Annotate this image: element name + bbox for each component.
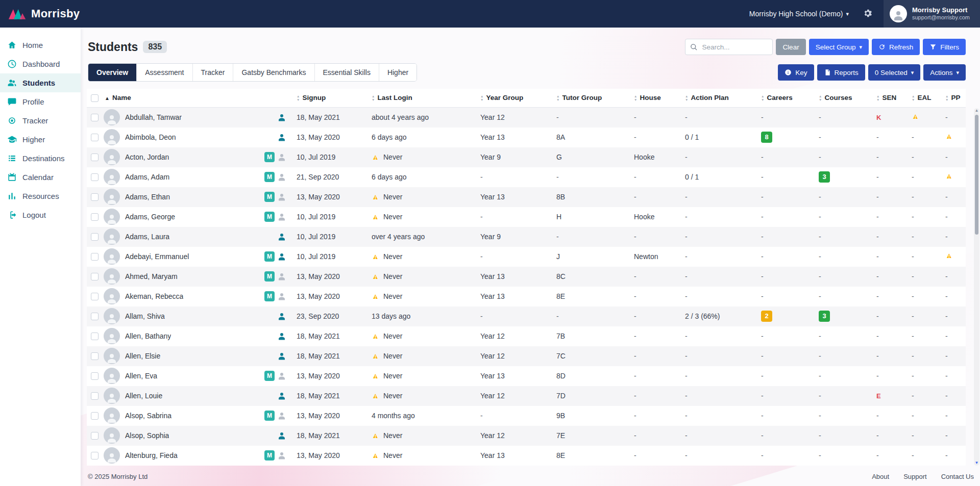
table-row[interactable]: Adams, EthanM13, May 2020NeverYear 138B-… [87, 187, 966, 207]
sidebar-item-resources[interactable]: Resources [0, 187, 81, 206]
refresh-button[interactable]: Refresh [872, 39, 920, 55]
sidebar-item-students[interactable]: Students [0, 73, 81, 92]
brand-logo[interactable]: Morrisby [8, 7, 80, 20]
table-row[interactable]: Abimbola, Deon13, May 20206 days agoYear… [87, 127, 966, 147]
column-header-year-group[interactable]: ▲▼Year Group [476, 89, 552, 107]
table-row[interactable]: Alsop, SabrinaM13, May 20204 months ago-… [87, 406, 966, 426]
student-name[interactable]: Adams, Laura [125, 233, 169, 241]
student-name[interactable]: Adams, Adam [125, 173, 169, 181]
table-row[interactable]: Adams, Laura10, Jul 2019over 4 years ago… [87, 227, 966, 247]
student-name[interactable]: Ahmed, Maryam [125, 272, 178, 280]
row-checkbox[interactable] [91, 293, 99, 300]
footer-link-support[interactable]: Support [903, 473, 927, 480]
student-name[interactable]: Allam, Shiva [125, 312, 165, 320]
column-header-action-plan[interactable]: ▲▼Action Plan [681, 89, 757, 107]
clear-button[interactable]: Clear [776, 39, 805, 55]
column-header-careers[interactable]: ▲▼Careers [757, 89, 815, 107]
footer-link-about[interactable]: About [872, 473, 889, 480]
student-name[interactable]: Allen, Louie [125, 392, 162, 400]
table-row[interactable]: Allam, Shiva23, Sep 202013 days ago---2 … [87, 306, 966, 326]
key-button[interactable]: Key [778, 64, 814, 81]
student-name[interactable]: Adams, George [125, 213, 175, 221]
user-menu[interactable]: Morrisby Support support@morrisby.com [884, 0, 980, 28]
column-header-last-login[interactable]: ▲▼Last Login [368, 89, 476, 107]
sidebar-item-profile[interactable]: Profile [0, 92, 81, 111]
student-name[interactable]: Allen, Eva [125, 372, 157, 380]
table-row[interactable]: Adams, GeorgeM10, Jul 2019Never-HHooke--… [87, 207, 966, 227]
row-checkbox[interactable] [91, 253, 99, 261]
row-checkbox[interactable] [91, 313, 99, 320]
student-name[interactable]: Abdullah, Tamwar [125, 113, 182, 121]
table-row[interactable]: Ahmed, MaryamM13, May 2020NeverYear 138C… [87, 267, 966, 287]
table-row[interactable]: Allen, EvaM13, May 2020NeverYear 138D---… [87, 366, 966, 386]
tab-tracker[interactable]: Tracker [193, 64, 234, 81]
select-group-button[interactable]: Select Group▾ [809, 39, 869, 55]
column-header-name[interactable]: ▲Name [87, 89, 292, 107]
school-selector[interactable]: Morrisby High School (Demo) ▾ [746, 9, 852, 18]
column-header-pp[interactable]: ▲▼PP [941, 89, 966, 107]
column-header-tutor-group[interactable]: ▲▼Tutor Group [552, 89, 630, 107]
column-header-eal[interactable]: ▲▼EAL [908, 89, 941, 107]
row-checkbox[interactable] [91, 412, 99, 420]
table-row[interactable]: Altenburg, FiedaM13, May 2020NeverYear 1… [87, 446, 966, 466]
tab-gatsby-benchmarks[interactable]: Gatsby Benchmarks [233, 64, 314, 81]
sidebar-item-higher[interactable]: Higher [0, 130, 81, 149]
select-all-checkbox[interactable] [91, 94, 99, 102]
student-name[interactable]: Alsop, Sabrina [125, 412, 172, 420]
sidebar-item-tracker[interactable]: Tracker [0, 111, 81, 130]
student-name[interactable]: Acton, Jordan [125, 153, 169, 161]
table-row[interactable]: Akeman, RebeccaM13, May 2020NeverYear 13… [87, 287, 966, 306]
reports-button[interactable]: Reports [817, 64, 865, 81]
student-name[interactable]: Altenburg, Fieda [125, 451, 178, 459]
sidebar-item-destinations[interactable]: Destinations [0, 149, 81, 168]
table-row[interactable]: Allen, Elsie18, May 2021NeverYear 127C--… [87, 346, 966, 366]
sidebar-item-dashboard[interactable]: Dashboard [0, 55, 81, 73]
student-name[interactable]: Adebayi, Emmanuel [125, 252, 189, 261]
row-checkbox[interactable] [91, 452, 99, 459]
selected-count-button[interactable]: 0 Selected▾ [868, 64, 920, 81]
table-row[interactable]: Allen, Bathany18, May 2021NeverYear 127B… [87, 326, 966, 346]
search-input[interactable] [701, 43, 768, 52]
row-checkbox[interactable] [91, 134, 99, 141]
actions-button[interactable]: Actions▾ [923, 64, 966, 81]
table-row[interactable]: Alsop, Sophia18, May 2021NeverYear 127E-… [87, 426, 966, 446]
row-checkbox[interactable] [91, 213, 99, 221]
table-row[interactable]: Abdullah, Tamwar18, May 2021about 4 year… [87, 107, 966, 127]
scrollbar-thumb[interactable] [975, 115, 978, 235]
row-checkbox[interactable] [91, 432, 99, 440]
column-header-signup[interactable]: ▲▼Signup [292, 89, 368, 107]
column-header-sen[interactable]: ▲▼SEN [872, 89, 908, 107]
row-checkbox[interactable] [91, 372, 99, 380]
student-name[interactable]: Alsop, Sophia [125, 431, 169, 440]
table-row[interactable]: Adebayi, EmmanuelM10, Jul 2019Never-JNew… [87, 247, 966, 267]
student-name[interactable]: Allen, Bathany [125, 332, 171, 340]
student-name[interactable]: Akeman, Rebecca [125, 292, 183, 300]
row-checkbox[interactable] [91, 332, 99, 340]
row-checkbox[interactable] [91, 154, 99, 161]
table-row[interactable]: Adams, AdamM21, Sep 20206 days ago---0 /… [87, 167, 966, 187]
sidebar-item-calendar[interactable]: Calendar [0, 168, 81, 187]
row-checkbox[interactable] [91, 173, 99, 181]
student-name[interactable]: Allen, Elsie [125, 352, 160, 360]
column-header-house[interactable]: ▲▼House [630, 89, 681, 107]
filters-button[interactable]: Filters [923, 39, 966, 55]
row-checkbox[interactable] [91, 273, 99, 280]
footer-link-contact-us[interactable]: Contact Us [941, 473, 974, 480]
scroll-down-icon[interactable]: ▼ [975, 461, 979, 466]
settings-button[interactable] [862, 8, 873, 19]
row-checkbox[interactable] [91, 114, 99, 121]
vertical-scrollbar[interactable]: ▲ ▼ [974, 108, 979, 466]
scroll-up-icon[interactable]: ▲ [975, 108, 979, 113]
tab-essential-skills[interactable]: Essential Skills [315, 64, 379, 81]
tab-higher[interactable]: Higher [379, 64, 416, 81]
tab-assessment[interactable]: Assessment [137, 64, 192, 81]
sidebar-item-home[interactable]: Home [0, 36, 81, 55]
column-header-courses[interactable]: ▲▼Courses [815, 89, 872, 107]
table-row[interactable]: Acton, JordanM10, Jul 2019NeverYear 9GHo… [87, 147, 966, 167]
row-checkbox[interactable] [91, 352, 99, 360]
row-checkbox[interactable] [91, 392, 99, 400]
sidebar-item-logout[interactable]: Logout [0, 206, 81, 224]
row-checkbox[interactable] [91, 193, 99, 201]
student-name[interactable]: Adams, Ethan [125, 193, 170, 201]
table-row[interactable]: Allen, Louie18, May 2021NeverYear 127D--… [87, 386, 966, 406]
